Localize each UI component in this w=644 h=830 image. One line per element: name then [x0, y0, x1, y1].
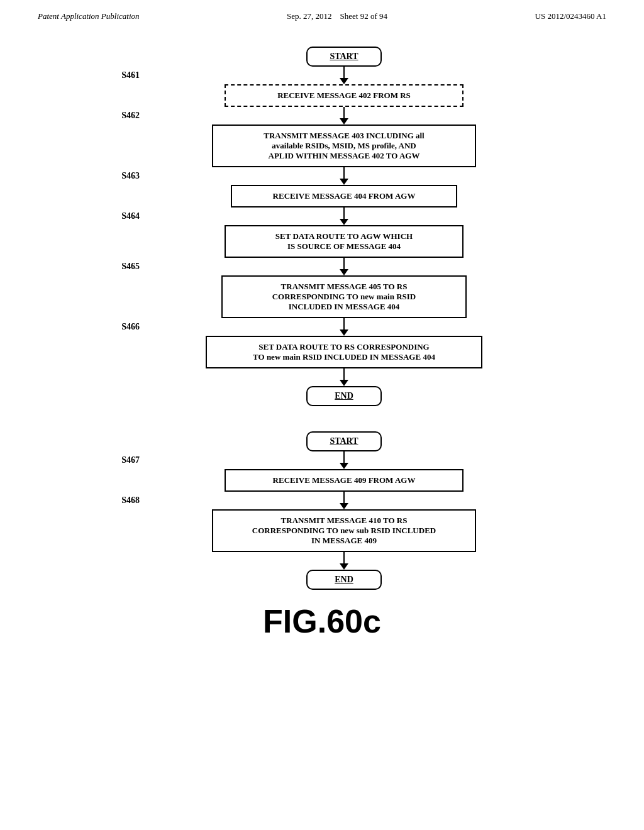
arrow-head: [340, 78, 348, 84]
s467-content: RECEIVE MESSAGE 409 FROM AGW: [146, 469, 542, 492]
start-box-1: START: [306, 47, 382, 67]
s468-content: TRANSMIT MESSAGE 410 TO RS CORRESPONDING…: [146, 509, 542, 552]
arrow-s465-content: [146, 258, 542, 275]
arrow-to-s464: [340, 208, 348, 225]
end-box-1: END: [306, 386, 382, 406]
start2-content: START: [146, 431, 542, 451]
s465-box: TRANSMIT MESSAGE 405 TO RS CORRESPONDING…: [221, 275, 467, 318]
arrow-line: [343, 451, 345, 463]
arrow-line: [343, 67, 345, 78]
arrow-to-s465: [340, 258, 348, 275]
s466-box: SET DATA ROUTE TO RS CORRESPONDING TO ne…: [206, 336, 482, 368]
arrow-end2-content: [146, 552, 542, 570]
start-row-1: START: [102, 47, 542, 67]
arrow-head: [340, 463, 348, 469]
arrow-to-s468: [340, 492, 348, 509]
arrow-to-s461: [340, 67, 348, 84]
s466-label: S466: [102, 322, 146, 332]
s464-box: SET DATA ROUTE TO AGW WHICH IS SOURCE OF…: [225, 225, 464, 258]
step-s463: RECEIVE MESSAGE 404 FROM AGW: [102, 185, 542, 208]
end-row-2: END: [102, 570, 542, 590]
figure-caption: FIG.60c: [263, 602, 381, 640]
arrow-head: [340, 269, 348, 275]
s468-label: S468: [102, 495, 146, 506]
s466-content: SET DATA ROUTE TO RS CORRESPONDING TO ne…: [146, 336, 542, 368]
end1-content: END: [146, 386, 542, 406]
s462-content: TRANSMIT MESSAGE 403 INCLUDING all avail…: [146, 124, 542, 167]
arrow-end1-content: [146, 368, 542, 386]
flowchart-1: START S461 RECEIVE MESSAGE 402 FROM RS: [102, 47, 542, 406]
arrow-line: [343, 107, 345, 118]
step-s462: TRANSMIT MESSAGE 403 INCLUDING all avail…: [102, 124, 542, 167]
step-s466: SET DATA ROUTE TO RS CORRESPONDING TO ne…: [102, 336, 542, 368]
step-s464: SET DATA ROUTE TO AGW WHICH IS SOURCE OF…: [102, 225, 542, 258]
arrow-s466-content: [146, 318, 542, 336]
arrow-to-s466: [340, 318, 348, 336]
start-content-1: START: [146, 47, 542, 67]
start-row-2: START: [102, 431, 542, 451]
s467-box: RECEIVE MESSAGE 409 FROM AGW: [225, 469, 464, 492]
arrow-s464-content: [146, 208, 542, 225]
arrow-head: [340, 503, 348, 509]
start-box-2: START: [306, 431, 382, 451]
end2-content: END: [146, 570, 542, 590]
s463-box: RECEIVE MESSAGE 404 FROM AGW: [231, 185, 457, 208]
arrow-line: [343, 492, 345, 503]
arrow-head: [340, 179, 348, 185]
end-row-1: END: [102, 386, 542, 406]
arrow-row-s461: S461: [102, 67, 542, 84]
s462-box: TRANSMIT MESSAGE 403 INCLUDING all avail…: [212, 124, 476, 167]
s467-label: S467: [102, 455, 146, 465]
page-header: Patent Application Publication Sep. 27, …: [0, 0, 644, 28]
arrow-head: [340, 118, 348, 124]
arrow-line: [343, 318, 345, 329]
arrow-row-s468: S468: [102, 492, 542, 509]
arrow-to-s463: [340, 167, 348, 185]
arrow-head: [340, 219, 348, 225]
arrow-line: [343, 258, 345, 269]
s464-label: S464: [102, 211, 146, 221]
header-sheet: Sheet 92 of 94: [340, 11, 387, 21]
s461-label: S461: [102, 70, 146, 80]
arrow-row-s465: S465: [102, 258, 542, 275]
arrow-to-s467: [340, 451, 348, 469]
step-s467: RECEIVE MESSAGE 409 FROM AGW: [102, 469, 542, 492]
header-date-sheet: Sep. 27, 2012 Sheet 92 of 94: [287, 11, 387, 21]
s465-content: TRANSMIT MESSAGE 405 TO RS CORRESPONDING…: [146, 275, 542, 318]
step-s461: RECEIVE MESSAGE 402 FROM RS: [102, 84, 542, 107]
s461-box: RECEIVE MESSAGE 402 FROM RS: [225, 84, 464, 107]
arrow-s468-content: [146, 492, 542, 509]
s461-content: RECEIVE MESSAGE 402 FROM RS: [146, 84, 542, 107]
arrow-row-s464: S464: [102, 208, 542, 225]
header-publication: Patent Application Publication: [38, 11, 140, 21]
arrow-row-end2: [102, 552, 542, 570]
arrow-head: [340, 380, 348, 386]
arrow-s463-content: [146, 167, 542, 185]
arrow-to-end2: [340, 552, 348, 570]
arrow-row-s467: S467: [102, 451, 542, 469]
arrow-row-end1: [102, 368, 542, 386]
end-box-2: END: [306, 570, 382, 590]
arrow-to-end1: [340, 368, 348, 386]
arrow-s461-content: [146, 67, 542, 84]
arrow-line: [343, 368, 345, 380]
arrow-s467-content: [146, 451, 542, 469]
s468-box: TRANSMIT MESSAGE 410 TO RS CORRESPONDING…: [212, 509, 476, 552]
s463-content: RECEIVE MESSAGE 404 FROM AGW: [146, 185, 542, 208]
arrow-row-s463: S463: [102, 167, 542, 185]
flowchart-area: START S461 RECEIVE MESSAGE 402 FROM RS: [0, 28, 644, 640]
arrow-head: [340, 329, 348, 336]
s465-label: S465: [102, 262, 146, 272]
s464-content: SET DATA ROUTE TO AGW WHICH IS SOURCE OF…: [146, 225, 542, 258]
arrow-line: [343, 167, 345, 179]
arrow-to-s462: [340, 107, 348, 124]
step-s465: TRANSMIT MESSAGE 405 TO RS CORRESPONDING…: [102, 275, 542, 318]
arrow-line: [343, 552, 345, 563]
arrow-row-s466: S466: [102, 318, 542, 336]
step-s468: TRANSMIT MESSAGE 410 TO RS CORRESPONDING…: [102, 509, 542, 552]
arrow-s462-content: [146, 107, 542, 124]
arrow-head: [340, 563, 348, 570]
s462-label: S462: [102, 111, 146, 121]
header-patent-num: US 2012/0243460 A1: [535, 11, 606, 21]
arrow-row-s462: S462: [102, 107, 542, 124]
